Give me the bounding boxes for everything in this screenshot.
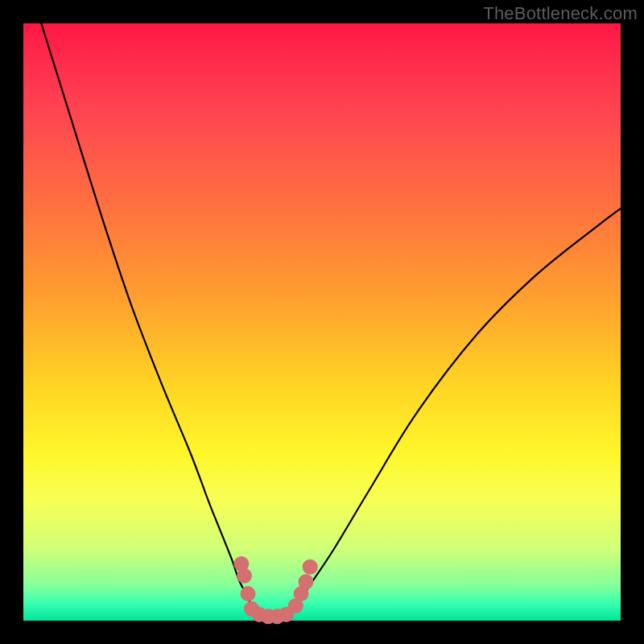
marker-dot <box>298 574 313 589</box>
markers-group <box>233 556 317 624</box>
marker-dot <box>240 586 255 601</box>
chart-frame: TheBottleneck.com <box>0 0 644 644</box>
plot-area <box>23 23 621 621</box>
plot-svg <box>23 23 621 621</box>
curve-left-branch <box>41 23 274 621</box>
curves-group <box>41 23 621 621</box>
watermark-text: TheBottleneck.com <box>483 3 638 24</box>
marker-dot <box>303 559 318 575</box>
marker-dot <box>237 568 252 584</box>
curve-right-branch <box>275 208 621 621</box>
